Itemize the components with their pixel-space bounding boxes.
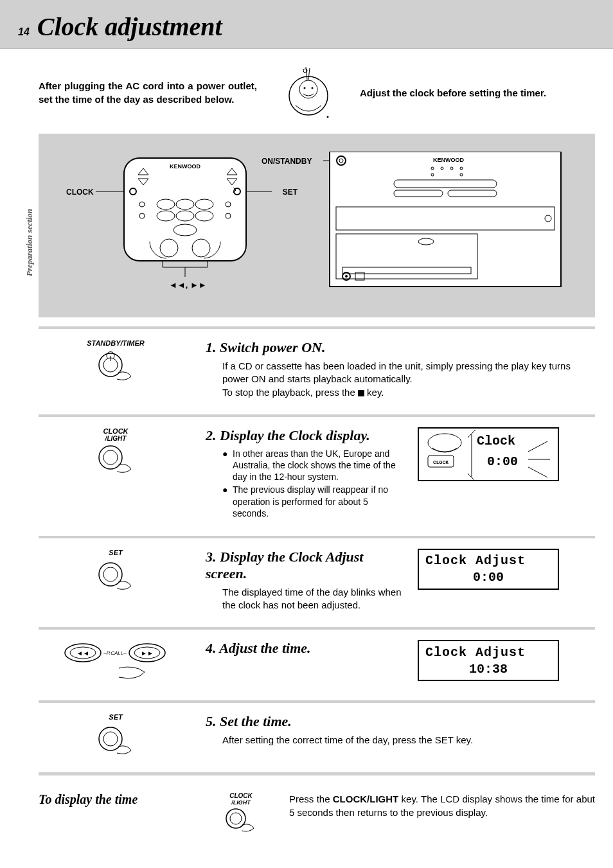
display-time-heading: To display the time bbox=[39, 792, 193, 807]
svg-rect-27 bbox=[330, 152, 561, 287]
press-button-icon bbox=[95, 723, 136, 757]
step3-key-label: SET bbox=[39, 549, 193, 556]
svg-point-71 bbox=[103, 732, 118, 746]
svg-text:►►: ►► bbox=[141, 650, 154, 657]
svg-text:CLOCK: CLOCK bbox=[433, 459, 449, 465]
svg-line-58 bbox=[528, 441, 547, 452]
lcd-clock-display: CLOCK Clock 0:00 bbox=[418, 427, 559, 481]
svg-point-62 bbox=[103, 567, 118, 581]
step1-body-b-post: key. bbox=[364, 387, 384, 398]
footer-key-sub: /LIGHT bbox=[206, 799, 276, 806]
lcd-time: 0:00 bbox=[487, 454, 518, 469]
label-set: SET bbox=[283, 188, 298, 197]
step2-key-sub: /LIGHT bbox=[39, 435, 193, 442]
svg-point-3 bbox=[304, 87, 306, 89]
step1-body-a: If a CD or cassette has been loaded in t… bbox=[222, 360, 571, 384]
step3-heading: 3. Display the Clock Adjust screen. bbox=[206, 549, 405, 582]
page-number: 14 bbox=[18, 26, 30, 38]
svg-point-73 bbox=[230, 813, 242, 824]
press-button-icon bbox=[95, 559, 136, 592]
wizard-illustration bbox=[270, 60, 347, 125]
step2-bullet1: In other areas than the UK, Europe and A… bbox=[233, 448, 405, 483]
svg-point-52 bbox=[428, 434, 461, 452]
main-unit-diagram: KENWOOD bbox=[323, 152, 567, 293]
page-title: Clock adjustment bbox=[37, 12, 222, 42]
footer-key-label: CLOCK bbox=[206, 792, 276, 799]
svg-text:–P.CALL–: –P.CALL– bbox=[103, 650, 127, 656]
svg-text:KENWOOD: KENWOOD bbox=[170, 163, 200, 170]
step2-key-label: CLOCK bbox=[39, 427, 193, 435]
lcd-clock-adjust-set: Clock Adjust 10:38 bbox=[418, 640, 559, 681]
section-tab-label: Preparation section bbox=[24, 209, 35, 276]
step5-body: After setting the correct time of the da… bbox=[222, 734, 595, 747]
label-on-standby: ON/STANDBY bbox=[262, 157, 312, 166]
step5-heading: 5. Set the time. bbox=[206, 713, 595, 730]
step2-heading: 2. Display the Clock display. bbox=[206, 427, 405, 444]
label-clock: CLOCK bbox=[66, 188, 94, 197]
svg-text:◄◄: ◄◄ bbox=[76, 650, 89, 657]
svg-line-60 bbox=[528, 467, 547, 477]
svg-point-61 bbox=[99, 563, 122, 586]
lcd-clock-adjust: Clock Adjust 0:00 bbox=[418, 549, 559, 590]
step1-body-b-pre: To stop the playback, press the bbox=[222, 387, 358, 398]
svg-point-70 bbox=[99, 727, 122, 750]
press-button-icon bbox=[223, 806, 259, 834]
label-nav-keys: ◄◄, ►► bbox=[169, 280, 207, 290]
svg-point-72 bbox=[226, 809, 245, 828]
stop-key-icon bbox=[358, 390, 364, 396]
lcd-time: 0:00 bbox=[425, 570, 551, 585]
step2-bullet2: The previous display will reappear if no… bbox=[233, 484, 405, 519]
device-diagram-block: CLOCK SET KENWOOD bbox=[39, 134, 595, 317]
lcd-title: Clock Adjust bbox=[425, 645, 551, 660]
svg-point-4 bbox=[312, 87, 314, 89]
lcd-title: Clock Adjust bbox=[425, 553, 551, 568]
svg-point-5 bbox=[327, 116, 329, 118]
step3-body: The displayed time of the day blinks whe… bbox=[222, 586, 405, 612]
step5-key-label: SET bbox=[39, 713, 193, 721]
lcd-title: Clock bbox=[477, 434, 515, 448]
lcd-time: 10:38 bbox=[425, 662, 551, 677]
press-button-icon bbox=[95, 442, 136, 475]
pcall-buttons-icon: ◄◄ ►► –P.CALL– bbox=[61, 640, 170, 685]
step4-heading: 4. Adjust the time. bbox=[206, 640, 405, 657]
display-time-body: Press the CLOCK/LIGHT key. The LCD displ… bbox=[289, 792, 595, 819]
svg-point-51 bbox=[103, 450, 118, 465]
intro-left-text: After plugging the AC cord into a power … bbox=[39, 79, 257, 106]
remote-diagram: KENWOOD bbox=[66, 152, 298, 299]
svg-text:KENWOOD: KENWOOD bbox=[433, 157, 464, 163]
intro-right-text: Adjust the clock before setting the time… bbox=[360, 87, 595, 98]
svg-point-46 bbox=[345, 275, 348, 278]
press-button-icon bbox=[95, 350, 136, 383]
step1-heading: 1. Switch power ON. bbox=[206, 339, 595, 356]
step1-key-label: STANDBY/TIMER bbox=[39, 339, 193, 347]
svg-point-50 bbox=[99, 446, 122, 469]
